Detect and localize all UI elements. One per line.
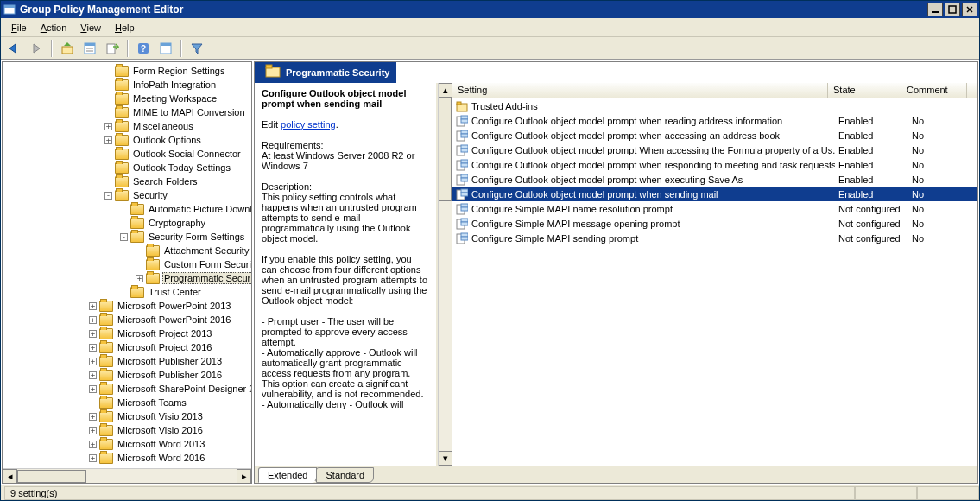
tree-label: Outlook Options [131,134,203,146]
expand-icon[interactable]: + [89,413,97,421]
close-button[interactable] [962,3,977,16]
tree-item[interactable]: +Microsoft Word 2013 [3,437,251,451]
tree-item[interactable]: +Microsoft Project 2013 [3,327,251,340]
tree-item[interactable]: Cryptography [3,216,251,230]
expand-icon[interactable]: + [89,358,97,365]
list-row[interactable]: Configure Simple MAPI name resolution pr… [452,201,977,216]
list-row[interactable]: Configure Outlook object model prompt wh… [452,128,977,143]
col-state[interactable]: State [828,83,901,98]
list-row[interactable]: Configure Outlook object model prompt wh… [452,113,977,128]
tree-item[interactable]: +Outlook Options [3,133,251,147]
tree-item[interactable]: Trust Center [3,285,251,299]
tree-item[interactable]: +Microsoft PowerPoint 2016 [3,313,251,327]
expand-icon[interactable]: + [89,371,97,379]
menu-help[interactable]: Help [108,21,142,35]
list-row[interactable]: Configure Outlook object model prompt wh… [452,187,977,201]
menu-view[interactable]: View [73,21,108,35]
expand-icon[interactable]: + [89,302,97,310]
tree-item[interactable]: Microsoft Teams [3,396,251,409]
folder-icon [99,342,113,353]
menu-action[interactable]: Action [34,21,74,35]
list-row[interactable]: Configure Outlook object model prompt Wh… [452,143,977,157]
tab-standard[interactable]: Standard [316,467,374,483]
tree-item[interactable]: +Microsoft Visio 2016 [3,423,251,437]
tree-label: Security Form Settings [147,231,246,243]
collapse-icon[interactable]: - [104,192,112,200]
tree-item[interactable]: +Microsoft SharePoint Designer 201 [3,382,251,396]
tree-item[interactable]: +Programmatic Security [3,271,251,285]
back-button[interactable] [4,39,23,58]
expand-icon[interactable]: + [104,123,112,130]
scroll-right-button[interactable]: ▸ [237,469,251,484]
expand-icon[interactable]: + [89,344,97,352]
tree-item[interactable]: +Microsoft Project 2016 [3,340,251,354]
col-comment[interactable]: Comment [901,83,967,98]
tree-item[interactable]: +Microsoft Visio 2013 [3,409,251,423]
tree-item[interactable]: Meeting Workspace [3,92,251,105]
expand-icon[interactable]: + [89,330,97,338]
expand-icon[interactable]: + [136,275,143,282]
detail-v-scrollbar[interactable]: ▴ ▾ [438,83,452,466]
tree-body[interactable]: Form Region SettingsInfoPath Integration… [3,62,251,468]
setting-name: Configure Outlook object model prompt wh… [471,174,743,185]
col-setting[interactable]: Setting [452,83,828,98]
tree-item[interactable]: Outlook Social Connector [3,147,251,161]
folder-icon [130,204,144,215]
tree-item[interactable]: +Miscellaneous [3,119,251,133]
expand-icon[interactable]: + [89,385,97,393]
minimize-button[interactable] [927,3,943,16]
tree-item[interactable]: Outlook Today Settings [3,161,251,174]
tree-item[interactable]: Custom Form Security [3,257,251,271]
expand-icon[interactable]: + [89,441,97,448]
tree-item[interactable]: +Microsoft PowerPoint 2013 [3,299,251,313]
scroll-thumb-v[interactable] [439,98,452,201]
right-pane: Programmatic Security Configure Outlook … [254,61,978,484]
menu-file[interactable]: File [4,21,34,35]
up-button[interactable] [58,39,77,58]
scroll-down-button[interactable]: ▾ [439,451,452,466]
list-row[interactable]: Configure Outlook object model prompt wh… [452,157,977,172]
svg-rect-3 [949,6,956,13]
tree-item[interactable]: +Microsoft Publisher 2016 [3,368,251,382]
tree-item[interactable]: +Microsoft Word 2016 [3,451,251,465]
expand-icon[interactable]: + [89,454,97,462]
list-row[interactable]: Configure Simple MAPI message opening pr… [452,216,977,231]
list-row[interactable]: Configure Outlook object model prompt wh… [452,172,977,187]
maximize-button[interactable] [945,3,960,16]
scroll-thumb[interactable] [17,470,86,483]
scroll-left-button[interactable]: ◂ [3,469,17,484]
status-seg-1 [793,486,855,500]
tree-item[interactable]: +Microsoft Publisher 2013 [3,354,251,368]
export-button[interactable] [103,39,122,58]
tree-item[interactable]: Search Folders [3,174,251,188]
titlebar[interactable]: Group Policy Management Editor [1,1,979,18]
help-button[interactable]: ? [134,39,153,58]
properties-button[interactable] [80,39,99,58]
tree-item[interactable]: Automatic Picture Downloa [3,202,251,216]
tree-item[interactable]: -Security Form Settings [3,230,251,244]
list-row[interactable]: Trusted Add-ins [452,98,977,113]
filter-button[interactable] [187,39,206,58]
folder-icon [115,121,129,132]
tree-item[interactable]: MIME to MAPI Conversion [3,105,251,119]
tree-h-scrollbar[interactable]: ◂ ▸ [3,468,251,483]
list-rows[interactable]: Trusted Add-insConfigure Outlook object … [452,98,977,466]
forward-button[interactable] [27,39,46,58]
scroll-up-button[interactable]: ▴ [439,83,452,98]
options-button[interactable] [156,39,175,58]
expand-icon[interactable]: + [89,427,97,434]
tree-label: Trust Center [147,286,203,298]
tab-extended[interactable]: Extended [258,467,317,483]
expand-icon[interactable]: + [89,316,97,324]
tree-item[interactable]: Form Region Settings [3,64,251,78]
tree-spacer [117,203,130,216]
option-3: - Automatically deny - Outlook will [262,399,403,409]
tree-item[interactable]: InfoPath Integration [3,78,251,92]
collapse-icon[interactable]: - [120,233,128,241]
tree-spacer [133,258,146,271]
expand-icon[interactable]: + [104,136,112,144]
policy-setting-link[interactable]: policy setting [281,119,336,130]
list-row[interactable]: Configure Simple MAPI sending promptNot … [452,231,977,245]
tree-item[interactable]: -Security [3,188,251,202]
tree-item[interactable]: Attachment Security [3,244,251,257]
